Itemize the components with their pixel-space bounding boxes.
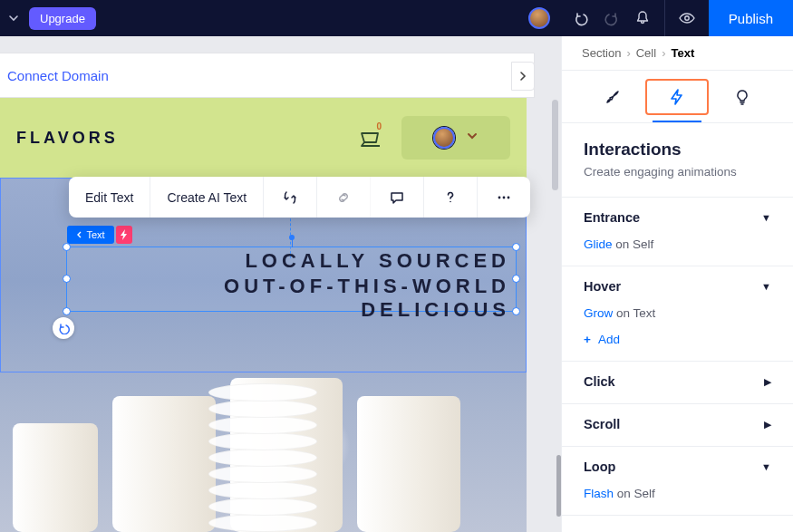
group-loop: Loop ▼ Flash on Self	[562, 447, 793, 516]
interaction-name: Grow	[584, 306, 613, 320]
canvas-scrollbar[interactable]	[552, 100, 558, 190]
breadcrumb-section[interactable]: Section	[582, 46, 621, 60]
group-label: Loop	[584, 459, 615, 474]
interactions-indicator[interactable]	[116, 226, 132, 244]
tab-tips[interactable]	[711, 79, 774, 115]
group-scroll-toggle[interactable]: Scroll ▶	[584, 417, 771, 431]
breadcrumb-current: Text	[671, 46, 694, 60]
chevron-left-icon	[76, 231, 83, 238]
group-click-toggle[interactable]: Click ▶	[584, 374, 771, 389]
more-button[interactable]	[478, 177, 530, 218]
caret-down-icon: ▼	[761, 281, 771, 292]
group-hover-toggle[interactable]: Hover ▼	[584, 279, 771, 294]
breadcrumb: Section › Cell › Text	[562, 36, 793, 71]
add-label: Add	[598, 333, 620, 346]
chevron-right-icon: ›	[662, 46, 665, 60]
group-label: Hover	[584, 279, 621, 294]
lightbulb-icon	[733, 88, 751, 106]
caret-down-icon: ▼	[761, 212, 771, 223]
panel-header: Interactions Create engaging animations	[562, 123, 793, 198]
group-click: Click ▶	[562, 362, 793, 404]
chevron-down-icon	[8, 13, 19, 24]
undo-button[interactable]	[572, 9, 590, 27]
group-label: Click	[584, 374, 615, 389]
resize-handle-w[interactable]	[63, 275, 71, 283]
interaction-name: Flash	[584, 487, 614, 500]
caret-right-icon: ▶	[764, 419, 771, 430]
redo-icon	[604, 10, 620, 26]
breadcrumb-cell[interactable]: Cell	[636, 46, 656, 60]
svg-point-0	[685, 16, 689, 20]
menu-dropdown[interactable]	[5, 10, 22, 26]
canvas: Connect Domain FLAVORS 0	[0, 36, 561, 532]
redo-button[interactable]	[603, 9, 621, 27]
link-icon	[334, 188, 353, 208]
panel-scrollbar[interactable]	[556, 455, 561, 517]
caret-down-icon: ▼	[761, 461, 771, 472]
add-interaction-button[interactable]: + Add	[584, 333, 771, 346]
resize-handle-ne[interactable]	[512, 243, 520, 251]
caret-right-icon: ▶	[764, 376, 771, 388]
brand-logo[interactable]: FLAVORS	[16, 129, 358, 148]
panel-subtitle: Create engaging animations	[584, 165, 771, 179]
interaction-target: on Text	[616, 306, 655, 320]
selection-tag[interactable]: Text	[67, 226, 114, 244]
chevron-down-icon	[466, 130, 479, 146]
avatar	[433, 127, 455, 149]
chevron-right-icon	[518, 71, 527, 82]
hero-image-decor-stack	[208, 351, 317, 532]
publish-button[interactable]: Publish	[709, 0, 793, 36]
resize-handle-se[interactable]	[512, 307, 520, 315]
preview-button[interactable]	[678, 9, 696, 27]
resize-handle-e[interactable]	[512, 275, 520, 283]
avatar[interactable]	[528, 7, 550, 29]
notifications-button[interactable]	[633, 9, 652, 27]
edit-text-button[interactable]: Edit Text	[69, 177, 150, 218]
context-toolbar: Edit Text Create AI Text	[69, 177, 530, 218]
interaction-target: on Self	[615, 237, 653, 251]
panel-tabs	[562, 71, 793, 123]
text-content-line2: OUT-OF-THIS-WORLD DELICIOUS	[67, 273, 516, 322]
text-content-line1: LOCALLY SOURCED	[67, 247, 516, 273]
group-loop-toggle[interactable]: Loop ▼	[584, 459, 771, 474]
chevron-right-icon: ›	[626, 46, 630, 60]
selection-tag-label: Text	[86, 229, 104, 240]
undo-icon	[57, 322, 70, 334]
text-element-selection[interactable]: Text LOCALLY SOURCED OUT-OF-THIS-WORLD D…	[66, 247, 517, 312]
help-button[interactable]	[424, 177, 478, 218]
next-page-button[interactable]	[511, 62, 535, 91]
svg-point-2	[503, 196, 506, 198]
domain-bar: Connect Domain	[0, 53, 535, 98]
more-icon	[494, 188, 514, 208]
interaction-target: on Self	[617, 487, 655, 500]
cart-button[interactable]: 0	[358, 127, 383, 149]
swap-button[interactable]	[264, 177, 317, 218]
site-header: FLAVORS 0	[0, 98, 527, 178]
tab-design[interactable]	[581, 79, 644, 115]
tab-interactions[interactable]	[645, 79, 709, 115]
interaction-item-flash[interactable]: Flash on Self	[584, 487, 771, 500]
resize-handle-sw[interactable]	[63, 307, 71, 315]
interaction-item-grow[interactable]: Grow on Text	[584, 306, 771, 320]
svg-point-1	[498, 196, 501, 198]
upgrade-button[interactable]: Upgrade	[29, 7, 96, 30]
comment-button[interactable]	[371, 177, 424, 218]
bolt-icon	[668, 88, 686, 106]
group-hover: Hover ▼ Grow on Text + Add	[562, 266, 793, 362]
help-icon	[440, 188, 460, 208]
panel-title: Interactions	[584, 140, 771, 160]
group-label: Entrance	[584, 210, 640, 225]
rotate-handle[interactable]	[289, 235, 295, 240]
create-ai-text-button[interactable]: Create AI Text	[150, 177, 264, 218]
swap-icon	[280, 188, 300, 208]
resize-handle-nw[interactable]	[63, 243, 71, 251]
top-bar: Upgrade Publish	[0, 0, 793, 36]
group-entrance: Entrance ▼ Glide on Self	[562, 198, 793, 266]
undo-floating-button[interactable]	[53, 317, 74, 339]
user-menu[interactable]	[401, 116, 510, 160]
connect-domain-link[interactable]: Connect Domain	[7, 68, 109, 83]
link-button[interactable]	[317, 177, 371, 218]
interaction-item-glide[interactable]: Glide on Self	[584, 237, 771, 251]
group-entrance-toggle[interactable]: Entrance ▼	[584, 210, 771, 225]
right-panel: Section › Cell › Text Interactions Creat…	[561, 36, 793, 532]
